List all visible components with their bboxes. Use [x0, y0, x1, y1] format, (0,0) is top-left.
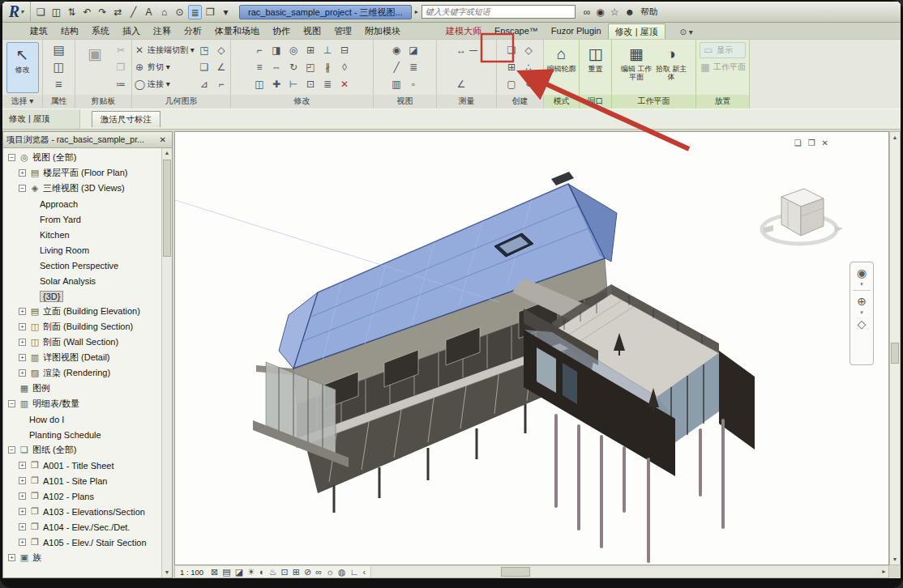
tab-体量和场地[interactable]: 体量和场地	[208, 23, 266, 39]
tree-expander-icon[interactable]: +	[19, 477, 26, 484]
split-icon[interactable]: ⊡	[303, 76, 318, 92]
tree-item[interactable]: −❏图纸 (全部)	[3, 442, 162, 458]
spline-icon[interactable]: ◊	[337, 59, 352, 75]
panel-label[interactable]: 属性	[43, 95, 75, 109]
tree-item-label[interactable]: Planting Schedule	[29, 430, 101, 440]
activate-dimensions-button[interactable]: 激活尺寸标注	[92, 111, 160, 127]
tree-expander-icon[interactable]: +	[19, 323, 26, 330]
array-icon[interactable]: ⊞	[303, 42, 318, 58]
vertical-scrollbar[interactable]: ▲ ▼	[889, 131, 901, 565]
reveal-hidden-elements-icon[interactable]: ☼	[326, 566, 334, 577]
zoom-icon[interactable]: ⊕	[857, 294, 867, 309]
trim-icon[interactable]: ⊢	[286, 76, 301, 92]
shadows-icon[interactable]: ◐	[259, 566, 265, 577]
thin-lines-icon[interactable]: ≣	[188, 5, 202, 19]
tree-item[interactable]: From Yard	[3, 211, 162, 227]
vscroll-thumb[interactable]	[891, 343, 899, 364]
print-icon[interactable]: ⇄	[111, 5, 125, 19]
tree-item[interactable]: +▤楼层平面 (Floor Plan)	[3, 165, 162, 181]
tab-系统[interactable]: 系统	[85, 23, 116, 39]
beam-join-icon[interactable]: ❏	[197, 59, 212, 75]
tab-附加模块[interactable]: 附加模块	[358, 23, 407, 39]
align-icon[interactable]: ⌐	[252, 42, 267, 58]
panel-label[interactable]: 创建	[497, 95, 543, 109]
tab-结构[interactable]: 结构	[54, 23, 85, 39]
tree-item[interactable]: −▥明细表/数量	[3, 396, 162, 411]
panel-label[interactable]: 几何图形	[132, 95, 230, 109]
text-icon[interactable]: A	[142, 5, 156, 19]
tree-expander-icon[interactable]: +	[19, 539, 26, 546]
sync-icon[interactable]: ⇅	[65, 5, 79, 19]
tree-item-label[interactable]: 图例	[32, 382, 50, 394]
undo-icon[interactable]: ↶	[80, 5, 94, 19]
tree-item-label[interactable]: 明细表/数量	[32, 398, 79, 410]
tree-item-label[interactable]: A105 - Elev./ Stair Section	[43, 538, 147, 548]
split-face-icon[interactable]: ⊿	[197, 76, 212, 92]
model-skylight-top[interactable]	[551, 172, 574, 185]
offset-icon[interactable]: ≡	[252, 59, 267, 75]
tree-item-label[interactable]: Approach	[40, 199, 78, 209]
sheet-size-icon[interactable]: ⊠	[211, 566, 218, 577]
tree-expander-icon[interactable]: +	[19, 169, 26, 177]
tree-item-label[interactable]: 立面 (Building Elevation)	[43, 305, 140, 317]
tree-item-label[interactable]: A103 - Elevations/Section	[43, 507, 145, 517]
scroll-up-icon[interactable]: ▲	[162, 148, 172, 158]
pick-new-host-button[interactable]: ◑拾取 新主体	[655, 42, 687, 93]
scroll-thumb[interactable]	[163, 160, 171, 257]
schedule-icon[interactable]: ⊞	[504, 59, 519, 75]
tree-expander-icon[interactable]: +	[19, 354, 26, 361]
unpin-icon[interactable]: ∦	[320, 59, 335, 75]
zoom-caret-icon[interactable]: ▾	[860, 310, 863, 315]
tree-item-label[interactable]: 渲染 (Rendering)	[43, 367, 110, 379]
tree-item-label[interactable]: 剖面 (Building Section)	[43, 321, 133, 333]
cut-profile-icon[interactable]: ▥	[389, 76, 404, 92]
assembly-icon[interactable]: ∴	[521, 59, 536, 75]
tree-item[interactable]: Approach	[3, 196, 162, 211]
tree-item-label[interactable]: A104 - Elev./Sec./Det.	[43, 522, 130, 532]
extend-icon[interactable]: ⇔	[269, 59, 284, 75]
tree-item[interactable]: +▥详图视图 (Detail)	[3, 350, 162, 365]
tree-item-label[interactable]: 族	[32, 552, 41, 564]
profile-icon[interactable]: ☻	[625, 6, 636, 18]
tab-Enscape[interactable]: Enscape™	[488, 23, 545, 39]
demolish-icon[interactable]: ∠	[214, 59, 229, 75]
mirror-pick-icon[interactable]: ◨	[269, 42, 284, 58]
tree-item-label[interactable]: {3D}	[40, 291, 63, 302]
tree-item[interactable]: ▦图例	[3, 381, 162, 396]
tree-item-label[interactable]: From Yard	[40, 215, 81, 224]
paint-icon[interactable]: ◇	[214, 42, 229, 58]
reset-button[interactable]: ◫重置	[580, 42, 612, 93]
tree-item-label[interactable]: Solar Analysis	[40, 276, 96, 286]
tree-item[interactable]: −◈三维视图 (3D Views)	[3, 181, 162, 196]
hide-elements-icon[interactable]: ▫	[406, 76, 421, 92]
tree-item-label[interactable]: Living Room	[40, 245, 89, 255]
angle-dimension-button[interactable]: ∠	[456, 76, 477, 92]
ribbon-state-icon[interactable]: ⊙ ▾	[680, 28, 693, 39]
match-properties-icon[interactable]: ≔	[113, 76, 128, 92]
switch-windows-icon[interactable]: ❐	[203, 5, 217, 19]
search-icon[interactable]: ∞	[584, 6, 591, 18]
tree-item[interactable]: +❐A001 - Title Sheet	[3, 458, 162, 473]
panel-label[interactable]: 模式	[544, 95, 579, 109]
horizontal-scrollbar[interactable]: ►	[370, 566, 888, 577]
tree-item[interactable]: +▤立面 (Building Elevation)	[3, 304, 162, 319]
properties-button[interactable]: ▤	[49, 42, 70, 58]
tree-expander-icon[interactable]: −	[8, 400, 15, 407]
section-icon[interactable]: ⊙	[173, 5, 186, 19]
show-constraints-icon[interactable]: ∟	[350, 566, 359, 577]
panel-label[interactable]: 修改	[231, 95, 373, 109]
wall-joins-icon[interactable]: ◳	[197, 42, 212, 58]
spot-icon[interactable]: ◉	[389, 42, 404, 58]
close-icon[interactable]: ✕	[157, 135, 169, 144]
tree-item[interactable]: Solar Analysis	[3, 273, 162, 288]
default-3d-view-icon[interactable]: ⌂	[157, 5, 171, 19]
panel-label[interactable]: 剪贴板	[75, 95, 131, 109]
scroll-up-icon[interactable]: ▲	[890, 132, 900, 143]
show-crop-region-icon[interactable]: ⊞	[293, 566, 300, 577]
tree-item[interactable]: +❐A102 - Plans	[3, 488, 162, 504]
tree-item-label[interactable]: 图纸 (全部)	[32, 444, 76, 456]
tree-item-label[interactable]: A101 - Site Plan	[43, 476, 108, 486]
tab-修改屋顶[interactable]: 修改 | 屋顶	[608, 23, 665, 39]
tree-item[interactable]: +◫剖面 (Wall Section)	[3, 334, 162, 350]
tree-item[interactable]: +❐A104 - Elev./Sec./Det.	[3, 519, 162, 535]
